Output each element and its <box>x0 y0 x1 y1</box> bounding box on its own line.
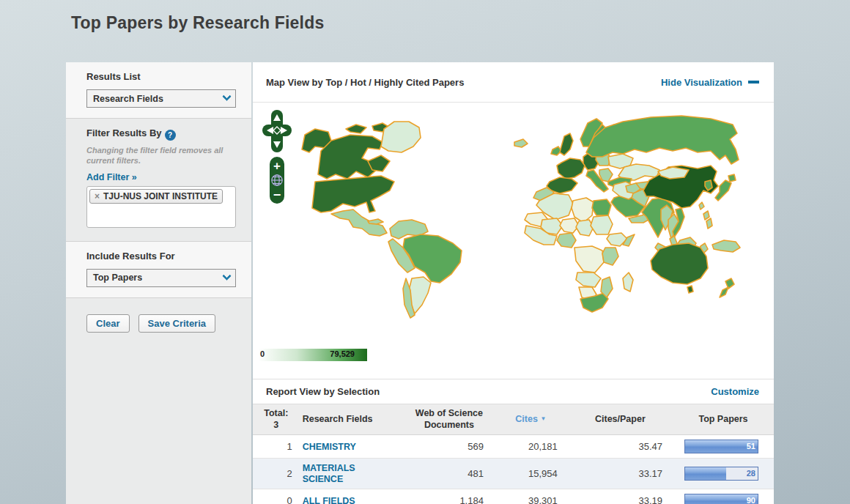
country-egypt[interactable] <box>592 199 611 215</box>
cites-label: Cites <box>515 414 538 424</box>
country-taiwan[interactable] <box>699 202 704 210</box>
include-results-label: Include Results For <box>86 251 238 262</box>
country-greenland[interactable] <box>381 122 421 152</box>
field-link[interactable]: MATERIALS SCIENCE <box>303 463 369 484</box>
country-canada-islands[interactable] <box>346 125 366 133</box>
legend-min-value: 0 <box>260 349 265 358</box>
row-cites-per-paper: 33.19 <box>568 489 673 504</box>
chevron-down-icon <box>222 92 232 101</box>
results-list-dropdown[interactable]: Research Fields <box>86 89 236 108</box>
table-row: 1 CHEMISTRY 569 20,181 35.47 51 <box>253 435 774 459</box>
customize-link[interactable]: Customize <box>711 386 759 397</box>
row-cites-per-paper: 35.47 <box>568 435 673 459</box>
country-japan[interactable] <box>715 180 731 201</box>
report-view-title: Report View by Selection <box>266 386 380 397</box>
results-list-section: Results List Research Fields <box>66 62 251 119</box>
bar-value: 28 <box>747 469 755 478</box>
pan-control[interactable] <box>262 110 292 152</box>
criteria-buttons-section: Clear Save Criteria <box>66 298 251 343</box>
country-madagascar[interactable] <box>623 273 633 292</box>
country-tasmania[interactable] <box>687 286 693 293</box>
remove-tag-icon[interactable]: × <box>95 191 100 201</box>
sort-desc-icon: ▼ <box>540 415 546 422</box>
filter-results-by-label: Filter Results By <box>86 127 162 138</box>
country-usa[interactable] <box>312 176 394 212</box>
top-papers-bar: 51 <box>684 440 758 453</box>
hide-visualization-link[interactable]: Hide Visualization <box>661 77 759 88</box>
country-uk[interactable] <box>560 133 573 155</box>
country-philippines[interactable] <box>703 211 709 220</box>
row-documents: 569 <box>404 435 494 459</box>
include-results-dropdown[interactable]: Top Papers <box>86 269 236 287</box>
country-cuba[interactable] <box>368 219 383 224</box>
page-title: Top Papers by Research Fields <box>71 13 324 33</box>
country-japan-hokkaido[interactable] <box>728 174 736 182</box>
row-documents: 481 <box>404 459 494 489</box>
filter-section: Filter Results By? Changing the filter f… <box>66 119 251 242</box>
clear-button[interactable]: Clear <box>86 314 130 333</box>
row-rank: 0 <box>253 489 300 504</box>
row-rank: 1 <box>253 435 300 459</box>
col-top-papers[interactable]: Top Papers <box>673 404 774 435</box>
include-results-selected: Top Papers <box>93 273 142 283</box>
country-australia[interactable] <box>651 243 708 284</box>
bar-value: 90 <box>747 496 755 504</box>
row-cites: 39,301 <box>494 489 568 504</box>
country-sudan[interactable] <box>591 215 613 234</box>
hide-visualization-label: Hide Visualization <box>661 77 742 88</box>
col-cites-per-paper[interactable]: Cites/Paper <box>568 404 673 435</box>
zoom-in-icon[interactable]: + <box>273 159 281 173</box>
country-drc[interactable] <box>574 246 604 273</box>
country-mongolia[interactable] <box>658 167 689 179</box>
filter-note: Changing the filter field removes all cu… <box>86 145 233 166</box>
country-new-guinea[interactable] <box>712 240 740 252</box>
zoom-out-icon[interactable]: − <box>273 188 281 202</box>
table-row: 2 MATERIALS SCIENCE 481 15,954 33.17 28 <box>253 459 774 489</box>
include-results-section: Include Results For Top Papers <box>66 242 251 298</box>
country-niger[interactable] <box>560 218 579 233</box>
col-total: Total: 3 <box>253 404 300 435</box>
report-table: Total: 3 Research Fields Web of Science … <box>253 404 774 504</box>
row-cites: 15,954 <box>494 459 568 489</box>
add-filter-link[interactable]: Add Filter » <box>86 172 137 182</box>
country-philippines[interactable] <box>706 218 712 229</box>
country-france[interactable] <box>557 158 585 179</box>
map-legend: 0 79,529 <box>259 349 367 361</box>
filter-tag[interactable]: × TJU-NUS JOINT INSTITUTE <box>89 189 223 204</box>
save-criteria-button[interactable]: Save Criteria <box>138 314 216 333</box>
map-panel-header: Map View by Top / Hot / Highly Cited Pap… <box>253 62 774 103</box>
globe-icon[interactable] <box>272 175 282 185</box>
results-list-label: Results List <box>86 71 238 82</box>
country-iceland[interactable] <box>514 139 528 147</box>
filter-tag-box: × TJU-NUS JOINT INSTITUTE <box>86 186 236 228</box>
country-chad[interactable] <box>576 220 594 236</box>
country-kenya-tanzania[interactable] <box>602 248 618 265</box>
field-link[interactable]: ALL FIELDS <box>303 496 355 504</box>
table-row: 0 ALL FIELDS 1,184 39,301 33.19 90 <box>253 489 774 504</box>
col-research-fields[interactable]: Research Fields <box>300 404 404 435</box>
legend-max-value: 79,529 <box>330 349 355 358</box>
country-new-zealand[interactable] <box>725 278 734 289</box>
chevron-down-icon <box>222 271 232 281</box>
row-cites-per-paper: 33.17 <box>568 459 673 489</box>
help-icon[interactable]: ? <box>165 130 176 141</box>
bar-value: 51 <box>747 442 755 451</box>
filter-tag-label: TJU-NUS JOINT INSTITUTE <box>103 191 218 201</box>
zoom-control[interactable]: + − <box>270 157 284 204</box>
country-nigeria[interactable] <box>557 233 576 248</box>
bar-fill <box>685 467 726 480</box>
map-region: + − 0 79,529 <box>253 103 774 379</box>
world-map[interactable] <box>258 104 771 353</box>
table-header-row: Total: 3 Research Fields Web of Science … <box>253 404 774 435</box>
country-angola-zambia[interactable] <box>576 273 601 287</box>
report-header: Report View by Selection Customize <box>253 379 774 404</box>
field-link[interactable]: CHEMISTRY <box>303 442 356 452</box>
country-labrador[interactable] <box>368 155 390 171</box>
row-rank: 2 <box>253 459 300 489</box>
row-cites: 20,181 <box>494 435 568 459</box>
country-new-zealand[interactable] <box>720 287 728 297</box>
filter-sidebar: Results List Research Fields Filter Resu… <box>66 62 251 504</box>
col-documents[interactable]: Web of Science Documents <box>404 404 494 435</box>
col-cites-sort[interactable]: Cites ▼ <box>494 404 568 435</box>
country-brazil[interactable] <box>403 234 462 283</box>
